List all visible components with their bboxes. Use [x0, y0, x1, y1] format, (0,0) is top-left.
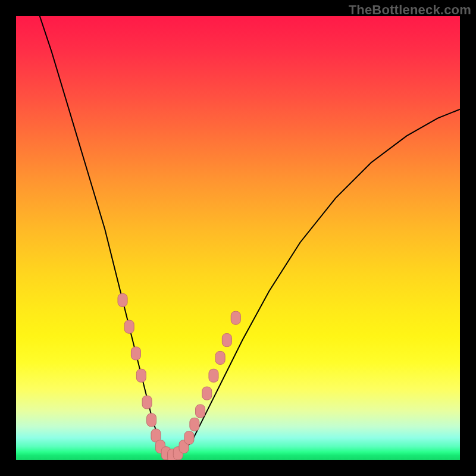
data-marker: [184, 431, 194, 444]
bottleneck-curve: [38, 16, 460, 456]
data-marker: [222, 334, 231, 347]
data-marker: [118, 293, 127, 306]
data-marker: [147, 414, 156, 427]
data-marker: [215, 351, 225, 364]
data-marker: [209, 369, 218, 382]
chart-svg: [16, 16, 460, 460]
chart-frame: TheBottleneck.com: [0, 0, 476, 476]
data-marker: [202, 387, 212, 400]
data-marker: [142, 396, 152, 409]
data-marker: [231, 311, 240, 324]
data-marker: [131, 347, 140, 360]
data-marker: [196, 405, 205, 418]
plot-area: [16, 16, 460, 460]
data-marker: [136, 369, 146, 382]
data-marker: [124, 320, 134, 333]
marker-group: [118, 293, 240, 460]
data-marker: [190, 418, 199, 431]
